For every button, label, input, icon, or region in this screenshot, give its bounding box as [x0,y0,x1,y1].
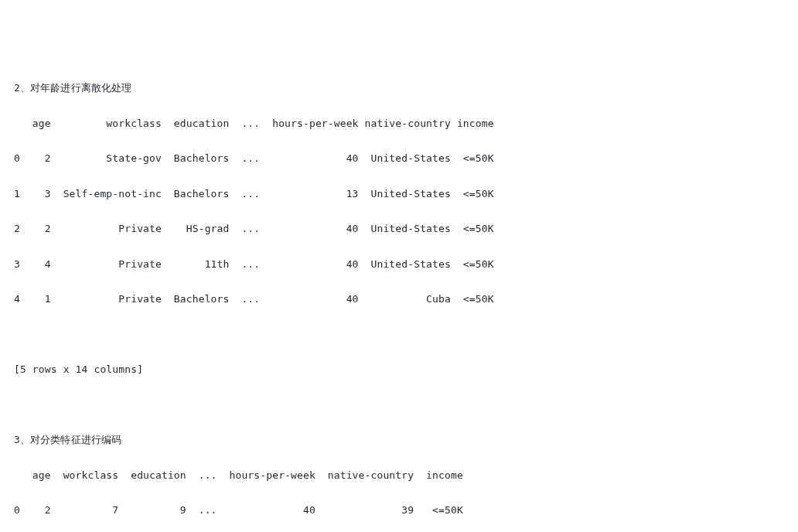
table-row: 1 3 Self-emp-not-inc Bachelors ... 13 Un… [14,186,784,203]
blank-line [14,326,784,344]
section2-footer: [5 rows x 14 columns] [14,361,784,379]
table-row: 0 2 7 9 ... 40 39 <=50K [14,502,784,520]
section2-title: 2、对年龄进行离散化处理 [14,80,784,97]
blank-line [14,397,784,414]
table-row: 0 2 State-gov Bachelors ... 40 United-St… [14,150,784,168]
section2-header: age workclass education ... hours-per-we… [14,115,784,133]
table-row: 4 1 Private Bachelors ... 40 Cuba <=50K [14,291,784,309]
table-row: 2 2 Private HS-grad ... 40 United-States… [14,220,784,238]
section3-header: age workclass education ... hours-per-we… [14,467,784,485]
table-row: 3 4 Private 11th ... 40 United-States <=… [14,256,784,274]
section3-title: 3、对分类特征进行编码 [14,431,784,449]
